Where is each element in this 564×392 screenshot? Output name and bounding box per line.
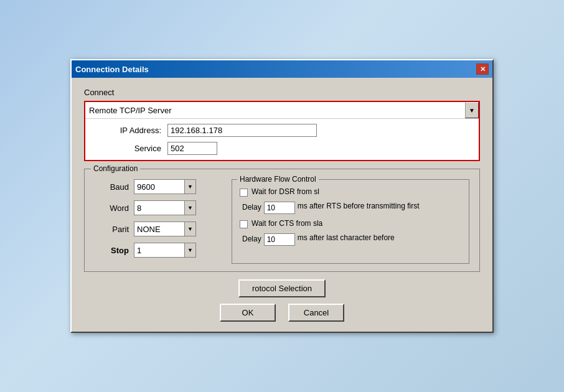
dsr-label: Wait for DSR from sl [251,187,319,196]
delay1-label: Delay [242,203,261,212]
word-row: Word 8 ▼ [95,200,219,215]
close-button[interactable]: ✕ [476,63,489,75]
cts-checkbox[interactable] [240,220,248,228]
delay2-input[interactable] [264,233,295,246]
stop-select-value: 1 [134,245,184,256]
delay2-suffix: ms after last character before [298,233,395,243]
dialog-content: Connect Remote TCP/IP Server ▼ IP Addres… [72,78,492,332]
stop-select-wrapper: 1 ▼ [134,243,196,258]
cts-label: Wait for CTS from sla [251,219,322,228]
hardware-flow-legend: Hardware Flow Control [237,175,319,184]
service-label: Service [93,144,161,153]
connection-details-dialog: Connection Details ✕ Connect Remote TCP/… [70,59,494,333]
parit-row: Parit NONE ▼ [95,222,219,236]
connection-type-row: Remote TCP/IP Server ▼ [85,102,479,119]
baud-select-value: 9600 [134,181,184,193]
word-label: Word [95,203,129,213]
parit-select-value: NONE [134,223,184,235]
parit-select-wrapper: NONE ▼ [134,222,196,236]
delay1-input[interactable] [264,202,295,214]
delay2-label: Delay [242,235,261,243]
baud-label: Baud [95,182,129,192]
config-left: Baud 9600 ▼ Word 8 ▼ P [95,179,219,264]
parit-label: Parit [95,225,129,234]
dsr-row: Wait for DSR from sl [240,187,461,197]
ip-address-label: IP Address: [93,126,161,135]
ok-cancel-row: OK Cancel [84,304,480,322]
hardware-flow-group: Hardware Flow Control Wait for DSR from … [232,179,469,264]
service-input[interactable] [167,142,217,155]
baud-select-wrapper: 9600 ▼ [134,179,196,194]
connection-type-dropdown-value: Remote TCP/IP Server [85,103,465,118]
baud-dropdown-arrow[interactable]: ▼ [184,180,195,194]
configuration-legend: Configuration [91,164,140,173]
cancel-button[interactable]: Cancel [288,304,344,322]
title-bar: Connection Details ✕ [72,60,492,78]
service-row: Service [93,142,471,155]
dialog-title: Connection Details [75,65,149,74]
ip-address-input[interactable] [167,124,317,137]
parit-dropdown-arrow[interactable]: ▼ [184,222,195,236]
stop-dropdown-arrow[interactable]: ▼ [184,243,195,257]
ok-button[interactable]: OK [220,304,276,322]
delay2-row: Delay ms after last character before [240,233,461,246]
delay1-suffix: ms after RTS before transmitting first [298,202,420,212]
configuration-group: Configuration Baud 9600 ▼ Word 8 [84,169,480,272]
cts-row: Wait for CTS from sla [240,219,461,228]
configuration-inner: Baud 9600 ▼ Word 8 ▼ P [95,179,469,264]
protocol-selection-button[interactable]: rotocol Selection [238,279,326,297]
stop-label: Stop [95,246,129,255]
stop-row: Stop 1 ▼ [95,243,219,258]
baud-row: Baud 9600 ▼ [95,179,219,194]
title-bar-controls: ✕ [476,63,489,75]
word-select-wrapper: 8 ▼ [134,200,196,215]
ip-address-row: IP Address: [93,124,471,137]
connect-fields: IP Address: Service [85,119,479,160]
protocol-button-row: rotocol Selection [84,279,480,297]
connect-box: Remote TCP/IP Server ▼ IP Address: Servi… [84,101,480,161]
connect-section-label: Connect [84,88,480,97]
word-dropdown-arrow[interactable]: ▼ [184,201,195,215]
connection-type-dropdown-arrow[interactable]: ▼ [465,102,479,118]
word-select-value: 8 [134,202,184,214]
delay1-row: Delay ms after RTS before transmitting f… [240,202,461,214]
dsr-checkbox[interactable] [240,189,248,197]
